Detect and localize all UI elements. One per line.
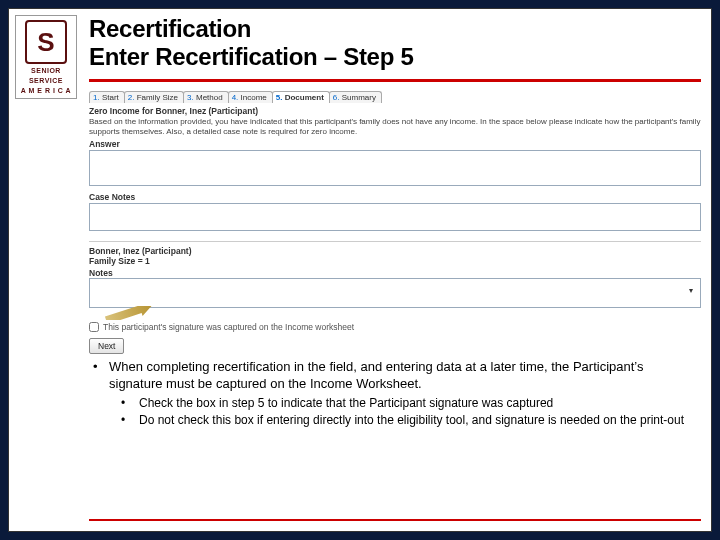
zero-income-description: Based on the information provided, you h… — [89, 117, 701, 136]
slide: S SENIOR SERVICE A M E R I C A Recertifi… — [8, 8, 712, 532]
tab-summary[interactable]: 6. Summary — [329, 91, 382, 103]
participant-name: Bonner, Inez (Participant) — [89, 246, 701, 256]
answer-label: Answer — [89, 139, 701, 149]
logo-line1: SENIOR — [31, 67, 61, 74]
logo-line2: SERVICE — [29, 77, 63, 84]
logo-glyph: S — [25, 20, 67, 64]
logo-line3: A M E R I C A — [21, 87, 71, 94]
bullet-sub2: Do not check this box if entering direct… — [89, 413, 695, 428]
section-divider — [89, 241, 701, 242]
embedded-screenshot: 1. Start 2. Family Size 3. Method 4. Inc… — [89, 91, 701, 354]
answer-textarea[interactable] — [89, 150, 701, 186]
footer-rule — [89, 519, 701, 521]
case-notes-label: Case Notes — [89, 192, 701, 202]
title-line1: Recertification — [89, 15, 701, 43]
bullet-sub1: Check the box in step 5 to indicate that… — [89, 396, 695, 411]
tab-start[interactable]: 1. Start — [89, 91, 125, 103]
notes-textarea[interactable] — [89, 278, 701, 308]
case-notes-textarea[interactable] — [89, 203, 701, 231]
tab-income[interactable]: 4. Income — [228, 91, 273, 103]
tab-document[interactable]: 5. Document — [272, 91, 330, 103]
tab-family-size[interactable]: 2. Family Size — [124, 91, 184, 103]
title-line2: Enter Recertification – Step 5 — [89, 43, 701, 71]
title-block: Recertification Enter Recertification – … — [89, 15, 701, 70]
family-size: Family Size = 1 — [89, 256, 701, 266]
bullet-main: When completing recertification in the f… — [89, 359, 695, 392]
next-button[interactable]: Next — [89, 338, 124, 354]
notes-label: Notes — [89, 268, 701, 278]
notes-bullets: When completing recertification in the f… — [89, 359, 695, 428]
tab-method[interactable]: 3. Method — [183, 91, 229, 103]
wizard-tabs: 1. Start 2. Family Size 3. Method 4. Inc… — [89, 91, 701, 103]
zero-income-heading: Zero Income for Bonner, Inez (Participan… — [89, 106, 701, 116]
logo: S SENIOR SERVICE A M E R I C A — [15, 15, 77, 99]
signature-checkbox[interactable] — [89, 322, 99, 332]
dropdown-caret-icon[interactable]: ▾ — [689, 286, 693, 295]
signature-checkbox-row: This participant's signature was capture… — [89, 322, 701, 332]
signature-checkbox-label: This participant's signature was capture… — [103, 322, 354, 332]
title-underline — [89, 79, 701, 82]
